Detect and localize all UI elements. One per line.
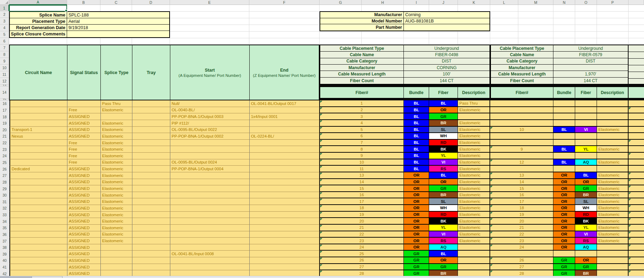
cell-A26[interactable]: Dedicated (9, 166, 67, 172)
cell-desc1-27[interactable]: Elastomeric (458, 172, 490, 179)
col-header-F[interactable]: F (249, 0, 320, 5)
cell-C41[interactable] (101, 264, 132, 271)
cell[interactable]: OR (553, 179, 575, 186)
cell[interactable] (575, 133, 597, 140)
cell-B36[interactable]: ASSIGNED (67, 231, 101, 238)
cell-A41[interactable] (9, 264, 67, 271)
cell-A39[interactable] (9, 251, 67, 257)
cell-fiber3-26[interactable] (629, 166, 644, 172)
cell-B27[interactable]: ASSIGNED (67, 172, 101, 179)
cell[interactable]: GR (553, 257, 575, 264)
cell-D17[interactable] (132, 107, 170, 114)
cell[interactable]: WH (429, 133, 458, 140)
cell-fiber3-18[interactable] (629, 113, 644, 120)
s1-cable-name-label[interactable]: Cable Name (320, 52, 404, 58)
cell-E26[interactable]: PP-POP-BNA-1/Output 0004 (170, 166, 250, 172)
row-header-18[interactable]: 18 (0, 113, 9, 120)
row-header-10[interactable]: 10 (0, 65, 9, 71)
cell[interactable]: GR (429, 185, 458, 192)
cell-A17[interactable] (9, 107, 67, 114)
cell-B30[interactable]: ASSIGNED (67, 192, 101, 199)
row-header-35[interactable]: 35 (0, 225, 9, 232)
cell-fiber2-19[interactable] (490, 120, 553, 127)
cell-B29[interactable]: ASSIGNED (67, 185, 101, 192)
s1-fiber-number-header[interactable]: Fiber# (320, 87, 404, 98)
cell-D22[interactable] (132, 140, 170, 146)
cell[interactable]: BL (553, 127, 575, 133)
cell-C26[interactable]: Elastomeric (101, 166, 132, 172)
cell-desc1-29[interactable]: Elastomeric (458, 185, 490, 192)
active-cell-selection[interactable] (9, 5, 67, 12)
cell-E29[interactable] (170, 185, 250, 192)
row-header-25[interactable]: 25 (0, 159, 9, 166)
cell[interactable]: GR (404, 257, 429, 264)
cell-E38[interactable] (170, 244, 250, 251)
s2-placement-label[interactable]: Cable Placement Type (491, 45, 553, 52)
cell[interactable]: OR (553, 192, 575, 199)
cell[interactable]: OR (404, 205, 429, 212)
cell-fiber3-40[interactable] (629, 257, 644, 264)
cell-A21[interactable]: Nexus (9, 133, 67, 140)
cell[interactable]: OR (553, 198, 575, 205)
cell-A25[interactable] (9, 159, 67, 166)
row-header-1[interactable]: 1 (0, 5, 9, 11)
cell[interactable]: BL (575, 172, 597, 179)
cell-C37[interactable]: Elastomeric (101, 238, 132, 244)
cell-D28[interactable] (132, 179, 170, 186)
row-header-27[interactable]: 27 (0, 172, 9, 179)
cell-B32[interactable]: ASSIGNED (67, 205, 101, 212)
cell-desc1-17[interactable]: Elastomeric (458, 107, 490, 114)
col-header-P[interactable]: P (597, 0, 629, 5)
cell-desc2-37[interactable]: Elastomeric (597, 238, 629, 244)
cell-fiber3-41[interactable] (629, 264, 644, 271)
cell-B20[interactable]: ASSIGNED (67, 127, 101, 133)
cell[interactable]: BL (404, 107, 429, 114)
closure-comments-value[interactable] (67, 31, 169, 37)
cell[interactable]: YL (575, 146, 597, 153)
row-header-41[interactable]: 41 (0, 264, 9, 271)
row-header-8[interactable]: 8 (0, 51, 9, 58)
cell[interactable]: BL (404, 140, 429, 146)
cell-desc2-16[interactable] (597, 100, 629, 107)
cell[interactable]: RS (429, 238, 458, 244)
cell[interactable] (553, 153, 575, 159)
cell[interactable]: GR (575, 264, 597, 271)
cell-F37[interactable] (250, 238, 320, 244)
cell-B16[interactable] (67, 100, 101, 107)
col-header-L[interactable]: L (490, 0, 518, 5)
cell[interactable]: SL (429, 198, 458, 205)
cell-desc2-21[interactable] (597, 133, 629, 140)
cell-fiber3-31[interactable] (629, 198, 644, 205)
cell[interactable] (553, 251, 575, 257)
row-header-37[interactable]: 37 (0, 238, 9, 245)
scrollbar-thumb[interactable] (32, 276, 63, 278)
cell-A31[interactable] (9, 198, 67, 205)
cell-fiber2-30[interactable]: 16 (490, 192, 553, 199)
cell-fiber2-20[interactable]: 10 (490, 127, 553, 133)
cell-desc1-30[interactable]: Elastomeric (458, 192, 490, 199)
cell-fiber3-38[interactable] (629, 244, 644, 251)
cell-desc1-22[interactable]: Elastomeric (458, 140, 490, 146)
manufacturer-value[interactable]: Corning (404, 12, 489, 18)
cell[interactable] (553, 113, 575, 120)
cell-A22[interactable] (9, 140, 67, 146)
cell-fiber1-24[interactable]: 9 (320, 153, 404, 159)
cell-E36[interactable] (170, 231, 250, 238)
col-header-G[interactable]: G (320, 0, 362, 5)
cell[interactable]: BL (553, 159, 575, 166)
col-header-partial[interactable] (629, 0, 644, 5)
cell[interactable]: BK (429, 146, 458, 153)
model-number-value[interactable]: AUG-881081B (404, 18, 489, 25)
cell-fiber2-25[interactable]: 12 (490, 159, 553, 166)
cell-F36[interactable] (250, 231, 320, 238)
cell[interactable] (575, 153, 597, 159)
cell-desc1-37[interactable]: Elastomeric (458, 238, 490, 244)
col-header-O[interactable]: O (575, 0, 597, 5)
cell-A16[interactable] (9, 100, 67, 107)
cell-desc1-41[interactable] (458, 264, 490, 271)
cell-A20[interactable]: Transport-1 (9, 127, 67, 133)
cell-desc1-23[interactable]: Elastomeric (458, 146, 490, 153)
cell-desc2-33[interactable]: Elastomeric (597, 212, 629, 218)
cell-E24[interactable] (170, 153, 250, 159)
row-header-34[interactable]: 34 (0, 218, 9, 225)
